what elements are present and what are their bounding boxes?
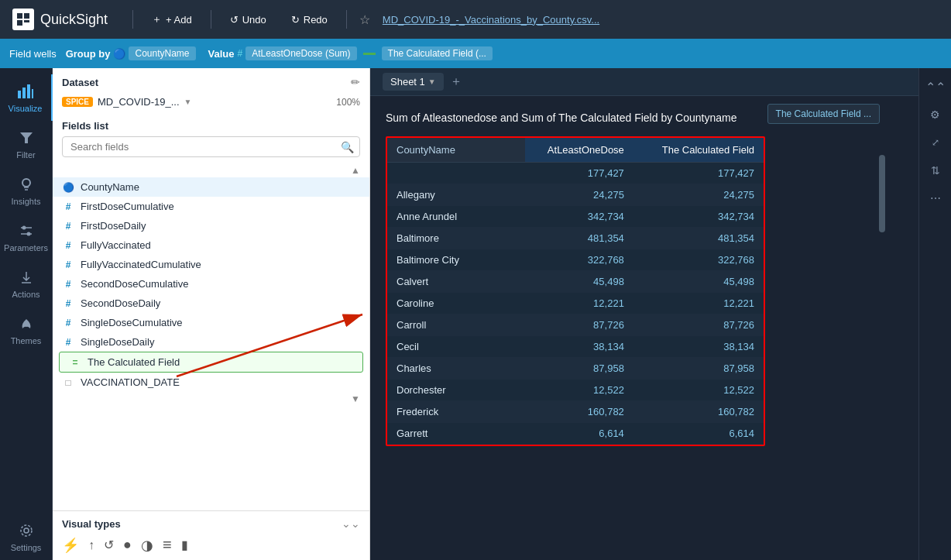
- chevron-up-icon: ⌃⌃: [925, 80, 946, 94]
- redo-icon: ↻: [291, 14, 300, 26]
- cell-calc-11: 160,782: [633, 401, 764, 423]
- field-label-firstdosedaily: FirstDoseDaily: [81, 220, 146, 232]
- field-item-firstdosedaily[interactable]: # FirstDoseDaily: [53, 216, 369, 235]
- groupby-field-pill[interactable]: CountyName: [129, 46, 195, 60]
- visual-icon-lightning[interactable]: ⚡: [62, 537, 79, 554]
- cell-calc-6: 12,221: [633, 293, 764, 314]
- field-label-fullyvaccinatedcumulative: FullyVaccinatedCumulative: [81, 259, 201, 270]
- field-item-fullyvaccinated[interactable]: # FullyVaccinated: [53, 235, 369, 255]
- sidebar-item-visualize[interactable]: Visualize: [0, 74, 53, 121]
- actions-label: Actions: [12, 290, 39, 299]
- table-row: Cecil 38,134 38,134: [387, 336, 764, 358]
- visualize-label: Visualize: [9, 104, 43, 113]
- field-item-singledosecumulative[interactable]: # SingleDoseCumulative: [53, 313, 369, 332]
- sheet-dropdown-icon[interactable]: ▼: [428, 77, 436, 86]
- visual-icon-pie[interactable]: ◑: [141, 537, 153, 554]
- table-row: Baltimore City 322,768 322,768: [387, 249, 764, 271]
- cell-calc-8: 38,134: [633, 336, 764, 358]
- sidebar-item-actions[interactable]: Actions: [0, 260, 53, 307]
- search-icon: 🔍: [341, 141, 354, 153]
- table-container: CountyName AtLeastOneDose The Calculated…: [386, 136, 765, 448]
- swap-axes-button[interactable]: ⇅: [923, 158, 948, 183]
- table-row: Garrett 6,614 6,614: [387, 423, 764, 445]
- logo-area: QuickSight: [12, 9, 108, 30]
- svg-point-17: [24, 528, 29, 533]
- col-header-countyname: CountyName: [387, 138, 525, 163]
- field-item-countyname[interactable]: 🔵 CountyName: [53, 177, 369, 197]
- field-item-calculatedfield[interactable]: = The Calculated Field: [59, 352, 363, 373]
- visual-settings-button[interactable]: ⚙: [923, 102, 948, 127]
- hash-field-icon-3: #: [62, 240, 74, 251]
- calc-field-icon: =: [69, 357, 81, 368]
- swap-icon: ⇅: [931, 164, 940, 177]
- scroll-down[interactable]: ▼: [53, 392, 369, 406]
- more-options-button[interactable]: ⋯: [923, 186, 948, 211]
- field-item-vaccinationdate[interactable]: □ VACCINATION_DATE: [53, 373, 369, 392]
- cell-calc-1: 24,275: [633, 184, 764, 206]
- sidebar-item-insights[interactable]: Insights: [0, 167, 53, 214]
- right-sidebar: ⌃⌃ ⚙ ⤢ ⇅ ⋯: [918, 68, 951, 560]
- field-item-singledosedaily[interactable]: # SingleDoseDaily: [53, 332, 369, 352]
- cell-county-6: Caroline: [387, 293, 525, 314]
- cell-county-4: Baltimore City: [387, 249, 525, 271]
- cell-dose-10: 12,522: [525, 380, 633, 401]
- visual-icon-circular[interactable]: ↺: [104, 538, 114, 552]
- table-row: Caroline 12,221 12,221: [387, 293, 764, 314]
- value-field2-pill[interactable]: The Calculated Field (...: [382, 46, 493, 60]
- expand-button[interactable]: ⤢: [923, 130, 948, 155]
- table-header-row: CountyName AtLeastOneDose The Calculated…: [387, 138, 764, 163]
- visual-types-chevron[interactable]: ⌄⌄: [342, 517, 360, 530]
- search-input[interactable]: [62, 136, 360, 157]
- hash-field-icon-2: #: [62, 221, 74, 232]
- value-field1-pill[interactable]: AtLeastOneDose (Sum): [245, 46, 356, 60]
- visual-icon-upload[interactable]: ↑: [88, 538, 94, 552]
- value-label: Value: [208, 48, 235, 60]
- dataset-percent: 100%: [336, 97, 360, 108]
- sheet-tab-bar: Sheet 1 ▼ ＋: [370, 68, 918, 96]
- field-item-seconddosecumulative[interactable]: # SecondDoseCumulative: [53, 274, 369, 294]
- field-label-singledosedaily: SingleDoseDaily: [81, 336, 154, 348]
- visual-icon-table[interactable]: ≡: [163, 536, 172, 554]
- search-wrapper: 🔍: [62, 136, 360, 157]
- date-field-icon: □: [62, 377, 74, 388]
- calc-field-header-label: The Calculated Field ...: [767, 104, 880, 124]
- expand-icon: ⤢: [932, 137, 939, 148]
- dropdown-icon[interactable]: ▼: [184, 98, 192, 106]
- dataset-name: MD_COVID-19_...: [98, 96, 179, 108]
- field-item-seconddosedaily[interactable]: # SecondDoseDaily: [53, 294, 369, 313]
- cell-calc-4: 322,768: [633, 249, 764, 271]
- settings-label: Settings: [11, 543, 42, 552]
- sheet-1-tab[interactable]: Sheet 1 ▼: [383, 73, 444, 91]
- cell-dose-4: 322,768: [525, 249, 633, 271]
- table-row: Dorchester 12,522 12,522: [387, 380, 764, 401]
- hash-icon-1: #: [237, 48, 242, 59]
- add-button[interactable]: ＋ + Add: [146, 9, 198, 29]
- edit-icon[interactable]: ✏: [351, 76, 360, 88]
- hash-field-icon-7: #: [62, 318, 74, 328]
- undo-button[interactable]: ↺ Undo: [224, 11, 273, 29]
- scrollbar-thumb[interactable]: [879, 155, 885, 232]
- sidebar-item-settings[interactable]: Settings: [0, 514, 53, 560]
- sidebar-item-themes[interactable]: Themes: [0, 307, 53, 353]
- collapse-panel-button[interactable]: ⌃⌃: [923, 74, 948, 99]
- cell-dose-11: 160,782: [525, 401, 633, 423]
- sidebar-item-filter[interactable]: Filter: [0, 121, 53, 167]
- field-item-firstdosecumulative[interactable]: # FirstDoseCumulative: [53, 197, 369, 216]
- spice-badge: SPICE: [62, 97, 93, 107]
- parameters-label: Parameters: [4, 243, 48, 253]
- add-sheet-button[interactable]: ＋: [450, 74, 462, 90]
- scroll-up[interactable]: ▲: [53, 165, 369, 177]
- cell-county-12: Garrett: [387, 423, 525, 445]
- visual-icon-donut[interactable]: ●: [123, 537, 132, 553]
- cell-county-8: Cecil: [387, 336, 525, 358]
- redo-button[interactable]: ↻ Redo: [285, 11, 334, 29]
- sheet-1-label: Sheet 1: [390, 76, 425, 88]
- favorite-icon[interactable]: ☆: [359, 12, 370, 27]
- parameters-icon: [17, 222, 36, 240]
- filter-icon: [17, 129, 36, 147]
- field-item-fullyvaccinatedcumulative[interactable]: # FullyVaccinatedCumulative: [53, 255, 369, 274]
- sidebar-item-parameters[interactable]: Parameters: [0, 214, 53, 260]
- file-title[interactable]: MD_COVID-19_-_Vaccinations_by_County.csv…: [383, 14, 599, 26]
- scrollbar-track[interactable]: [878, 139, 886, 560]
- visual-icon-bar[interactable]: ▮: [181, 538, 188, 552]
